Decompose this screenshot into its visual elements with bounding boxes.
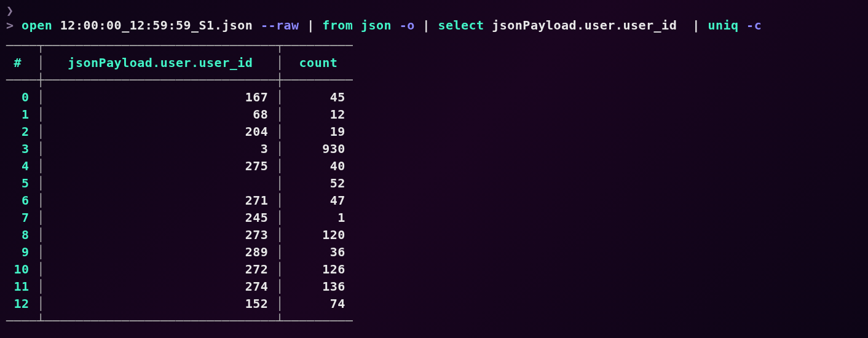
cmd-open: open (22, 18, 52, 33)
cell-count: 1 (284, 210, 353, 225)
cell-index: 0 (6, 90, 37, 104)
cell-index: 9 (6, 245, 37, 259)
cell-index: 3 (6, 141, 37, 156)
table-row: 12 │ 152 │ 74 (6, 295, 862, 312)
table-row: 6 │ 271 │ 47 (6, 192, 862, 209)
table-row: 3 │ 3 │ 930 (6, 140, 862, 157)
table-row: 1 │ 68 │ 12 (6, 106, 862, 123)
cell-count: 120 (284, 227, 353, 242)
cell-index: 1 (6, 107, 37, 122)
table-row: 7 │ 245 │ 1 (6, 209, 862, 226)
cell-index: 11 (6, 279, 37, 294)
output-table: ────┬──────────────────────────────┬────… (6, 37, 862, 329)
cell-index: 6 (6, 193, 37, 208)
table-row: 2 │ 204 │ 19 (6, 123, 862, 140)
pipe-2: | (422, 18, 430, 33)
cell-count: 36 (284, 245, 353, 259)
cell-count: 126 (284, 262, 353, 277)
table-row: 11 │ 274 │ 136 (6, 278, 862, 295)
cell-user-id: 273 (45, 227, 276, 242)
cell-index: 10 (6, 262, 37, 277)
cell-user-id: 204 (45, 124, 276, 139)
prompt-caret: > (6, 18, 14, 33)
table-row: 0 │ 167 │ 45 (6, 88, 862, 106)
cell-user-id (45, 176, 276, 191)
table-header-row: # │ jsonPayload.user.user_id │ count (6, 54, 862, 71)
cmd-filename: 12:00:00_12:59:59_S1.json (60, 18, 253, 33)
cell-count: 74 (284, 296, 353, 311)
table-sep-top: ────┬──────────────────────────────┬────… (6, 37, 862, 54)
cell-count: 930 (284, 141, 353, 156)
flag-o: -o (400, 18, 415, 33)
cell-index: 12 (6, 296, 37, 311)
cell-user-id: 274 (45, 279, 276, 294)
pipe-3: | (692, 18, 700, 33)
cmd-from-json: from json (322, 18, 392, 33)
cell-user-id: 152 (45, 296, 276, 311)
cell-user-id: 272 (45, 262, 276, 277)
cmd-select: select (438, 18, 484, 33)
cell-user-id: 271 (45, 193, 276, 208)
table-row: 10 │ 272 │ 126 (6, 261, 862, 278)
table-sep-bottom: ────┴──────────────────────────────┴────… (6, 312, 862, 329)
th-index: # (6, 55, 37, 70)
prompt-prev-caret: ❯ (6, 4, 862, 17)
cell-index: 5 (6, 176, 37, 191)
cell-user-id: 167 (45, 90, 276, 104)
cell-user-id: 3 (45, 141, 276, 156)
pipe-1: | (307, 18, 315, 33)
table-row: 4 │ 275 │ 40 (6, 157, 862, 175)
cmd-select-field: jsonPayload.user.user_id (492, 18, 677, 33)
cell-user-id: 245 (45, 210, 276, 225)
cell-count: 52 (284, 176, 353, 191)
th-count: count (284, 55, 353, 70)
cell-user-id: 275 (45, 159, 276, 173)
cell-index: 2 (6, 124, 37, 139)
cmd-uniq: uniq (708, 18, 738, 33)
flag-c: -c (746, 18, 762, 33)
cell-count: 12 (284, 107, 353, 122)
command-line[interactable]: > open 12:00:00_12:59:59_S1.json --raw |… (6, 16, 862, 34)
cell-count: 45 (284, 90, 353, 104)
cell-count: 40 (284, 159, 353, 173)
cell-count: 19 (284, 124, 353, 139)
table-row: 9 │ 289 │ 36 (6, 243, 862, 261)
flag-raw: --raw (261, 18, 299, 33)
cell-index: 7 (6, 210, 37, 225)
cell-count: 47 (284, 193, 353, 208)
table-row: 8 │ 273 │ 120 (6, 226, 862, 243)
table-row: 5 │ │ 52 (6, 175, 862, 192)
cell-count: 136 (284, 279, 353, 294)
cell-index: 8 (6, 227, 37, 242)
table-sep-mid: ────┼──────────────────────────────┼────… (6, 71, 862, 88)
cell-user-id: 68 (45, 107, 276, 122)
cell-user-id: 289 (45, 245, 276, 259)
th-user-id: jsonPayload.user.user_id (45, 55, 276, 70)
cell-index: 4 (6, 159, 37, 173)
